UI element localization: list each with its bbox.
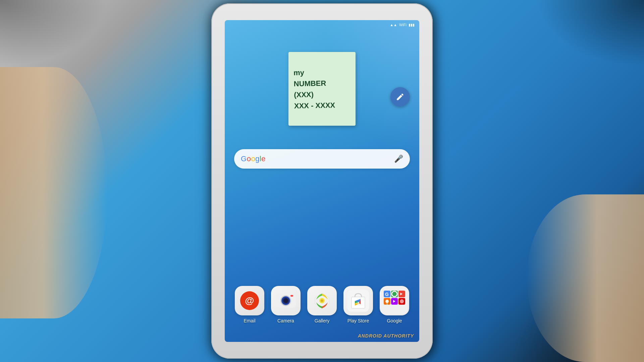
google-search-bar[interactable]: Google 🎤 bbox=[234, 149, 410, 169]
google-folder-svg: G bbox=[381, 287, 408, 314]
google-folder-app[interactable]: G bbox=[380, 286, 409, 323]
camera-app[interactable]: Camera bbox=[271, 286, 301, 323]
phone-body: ▲▲ WiFi ▮▮▮ my NUMBER (XXX) XXX - XXXX bbox=[211, 3, 433, 359]
left-hand bbox=[0, 67, 107, 318]
svg-point-2 bbox=[321, 299, 323, 302]
camera-flash bbox=[290, 295, 293, 297]
play-store-svg bbox=[347, 290, 369, 312]
camera-label: Camera bbox=[277, 318, 294, 323]
svg-rect-4 bbox=[352, 297, 365, 308]
email-label: Email bbox=[244, 318, 255, 323]
email-icon: @ bbox=[235, 286, 264, 315]
battery-icon: ▮▮▮ bbox=[409, 23, 415, 27]
google-logo: Google bbox=[241, 155, 266, 163]
phone-screen: ▲▲ WiFi ▮▮▮ my NUMBER (XXX) XXX - XXXX bbox=[225, 20, 419, 342]
vignette-tl bbox=[0, 0, 107, 67]
wifi-icon: WiFi bbox=[399, 23, 407, 27]
phone-container: ▲▲ WiFi ▮▮▮ my NUMBER (XXX) XXX - XXXX bbox=[191, 3, 453, 359]
signal-icon: ▲▲ bbox=[390, 23, 397, 27]
play-store-app[interactable]: Play Store bbox=[343, 286, 373, 323]
svg-text:G: G bbox=[385, 292, 389, 297]
status-bar: ▲▲ WiFi ▮▮▮ bbox=[225, 20, 419, 29]
svg-point-16 bbox=[385, 300, 389, 303]
microphone-icon[interactable]: 🎤 bbox=[394, 155, 403, 163]
sticky-note-text: my NUMBER (XXX) XXX - XXXX bbox=[293, 66, 351, 112]
gallery-label: Gallery bbox=[315, 318, 329, 323]
email-app[interactable]: @ Email bbox=[235, 286, 264, 323]
google-folder-icon: G bbox=[380, 286, 409, 315]
pencil-icon bbox=[396, 93, 405, 101]
app-dock: @ Email Camera bbox=[225, 286, 419, 323]
camera-icon bbox=[271, 286, 301, 315]
edit-fab-button[interactable] bbox=[390, 87, 410, 107]
gallery-icon bbox=[307, 286, 337, 315]
gallery-leaf-svg bbox=[312, 290, 332, 311]
camera-lens bbox=[280, 295, 291, 306]
gallery-app[interactable]: Gallery bbox=[307, 286, 337, 323]
watermark: ANDROID AUTHORITY bbox=[358, 333, 414, 339]
google-label: Google bbox=[387, 318, 402, 323]
vignette-tr bbox=[537, 0, 644, 67]
right-hand bbox=[527, 194, 644, 362]
svg-point-18 bbox=[400, 299, 404, 303]
play-store-label: Play Store bbox=[347, 318, 369, 323]
play-store-icon bbox=[343, 286, 373, 315]
sticky-note-widget[interactable]: my NUMBER (XXX) XXX - XXXX bbox=[288, 52, 356, 126]
